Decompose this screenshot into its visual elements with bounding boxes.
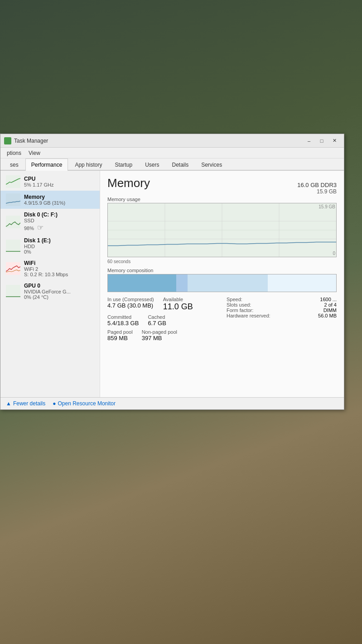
stat-slots-row: Slots used: 2 of 4: [227, 302, 337, 308]
tab-services[interactable]: Services: [195, 159, 228, 171]
gpu0-detail2: 0% (24 °C): [24, 294, 94, 300]
chart-seconds: 60 seconds: [107, 259, 337, 264]
memory-spec: 16.0 GB DDR3: [297, 182, 337, 188]
stat-speed-row: Speed: 1600 ...: [227, 297, 337, 302]
stat-paged-label: Paged pool: [107, 329, 133, 335]
comp-standby-bar: [188, 274, 267, 292]
wifi-mini-chart: [6, 262, 20, 275]
stat-in-use: In use (Compressed) 4.7 GB (30.0 MB): [107, 297, 154, 312]
stats-section: In use (Compressed) 4.7 GB (30.0 MB) Ava…: [107, 297, 337, 341]
disk1-name: Disk 1 (E:): [24, 237, 94, 244]
gpu0-name: GPU 0: [24, 283, 94, 289]
chart-bottom-value: 0: [333, 251, 335, 256]
tabs-bar: ses Performance App history Startup User…: [0, 159, 344, 171]
close-button[interactable]: ✕: [328, 136, 340, 145]
disk0-name: Disk 0 (C: F:): [24, 211, 94, 218]
memory-usage-chart: 15.9 GB 0: [107, 203, 337, 257]
tab-app-history[interactable]: App history: [69, 159, 108, 171]
stats-left: In use (Compressed) 4.7 GB (30.0 MB) Ava…: [107, 297, 217, 341]
wifi-detail2: S: 0.2 R: 10.3 Mbps: [24, 272, 94, 277]
stat-form-factor-row: Form factor: DIMM: [227, 308, 337, 313]
stats-row-2: Committed 5.4/18.3 GB Cached 6.7 GB: [107, 314, 217, 327]
window-title: Task Manager: [14, 138, 48, 144]
performance-panel: Memory 16.0 GB DDR3 15.9 GB Memory usage…: [100, 171, 344, 397]
disk1-detail1: HDD: [24, 244, 94, 249]
stat-hw-reserved-label: Hardware reserved:: [227, 313, 270, 318]
wifi-info: WiFi WiFi 2 S: 0.2 R: 10.3 Mbps: [24, 260, 94, 277]
memory-name: Memory: [24, 194, 94, 200]
memory-composition-chart: [107, 274, 337, 292]
gpu0-mini-chart: [6, 285, 20, 298]
panel-spec-block: 16.0 GB DDR3 15.9 GB: [297, 182, 337, 195]
bottom-bar: ▲ Fewer details ● Open Resource Monitor: [0, 397, 344, 409]
stat-slots-value: 2 of 4: [324, 302, 337, 308]
disk0-detail1: SSD: [24, 218, 94, 223]
stat-cached-value: 6.7 GB: [148, 320, 166, 327]
memory-info: Memory 4.9/15.9 GB (31%): [24, 194, 94, 206]
cpu-name: CPU: [24, 176, 94, 182]
svg-rect-2: [6, 216, 20, 228]
stat-in-use-label: In use (Compressed): [107, 297, 154, 302]
sidebar-item-disk0[interactable]: Disk 0 (C: F:) SSD 98% ☞: [0, 209, 100, 235]
stat-committed: Committed 5.4/18.3 GB: [107, 314, 139, 327]
cpu-info: CPU 5% 1.17 GHz: [24, 176, 94, 187]
stat-cached: Cached 6.7 GB: [148, 314, 166, 327]
memory-mini-chart: [6, 193, 20, 206]
tab-details[interactable]: Details: [166, 159, 194, 171]
composition-label: Memory composition: [107, 268, 337, 273]
stat-form-factor-label: Form factor:: [227, 308, 253, 313]
svg-rect-1: [6, 193, 20, 206]
sidebar: CPU 5% 1.17 GHz Memory 4: [0, 171, 100, 397]
memory-detail: 4.9/15.9 GB (31%): [24, 200, 94, 206]
stat-non-paged-pool: Non-paged pool 397 MB: [142, 329, 177, 341]
stat-available-value: 11.0 GB: [163, 302, 193, 312]
tab-startup[interactable]: Startup: [109, 159, 138, 171]
stat-form-factor-value: DIMM: [323, 308, 337, 313]
stats-row-1: In use (Compressed) 4.7 GB (30.0 MB) Ava…: [107, 297, 217, 312]
cursor-hand-icon: ☞: [37, 223, 43, 232]
disk0-detail2: 98% ☞: [24, 223, 94, 232]
sidebar-item-disk1[interactable]: Disk 1 (E:) HDD 0%: [0, 235, 100, 257]
disk1-mini-chart: [6, 240, 20, 252]
menu-view[interactable]: View: [26, 149, 43, 157]
wifi-name: WiFi: [24, 260, 94, 266]
stat-paged-pool: Paged pool 859 MB: [107, 329, 133, 341]
app-icon: [4, 137, 11, 144]
stat-committed-value: 5.4/18.3 GB: [107, 320, 139, 327]
stat-in-use-value: 4.7 GB (30.0 MB): [107, 302, 154, 309]
stats-right: Speed: 1600 ... Slots used: 2 of 4 Form …: [227, 297, 337, 318]
disk0-mini-chart: [6, 216, 20, 228]
stat-cached-label: Cached: [148, 314, 166, 320]
menu-options[interactable]: ptions: [4, 149, 24, 157]
stats-row-3: Paged pool 859 MB Non-paged pool 397 MB: [107, 329, 217, 341]
chart-top-value: 15.9 GB: [319, 204, 335, 209]
panel-header: Memory 16.0 GB DDR3 15.9 GB: [107, 176, 337, 195]
stat-committed-label: Committed: [107, 314, 139, 320]
tab-performance[interactable]: Performance: [25, 159, 68, 171]
minimize-button[interactable]: –: [303, 136, 315, 145]
stat-hw-reserved-row: Hardware reserved: 56.0 MB: [227, 313, 337, 318]
task-manager-window: Task Manager – □ ✕ ptions View ses Perfo…: [0, 134, 344, 410]
fewer-details-link[interactable]: ▲ Fewer details: [6, 400, 45, 407]
panel-title: Memory: [107, 176, 150, 190]
sidebar-item-gpu0[interactable]: GPU 0 NVIDIA GeForce G... 0% (24 °C): [0, 280, 100, 303]
usage-chart-label: Memory usage: [107, 197, 337, 202]
maximize-button[interactable]: □: [316, 136, 328, 145]
sidebar-item-wifi[interactable]: WiFi WiFi 2 S: 0.2 R: 10.3 Mbps: [0, 257, 100, 280]
svg-rect-3: [6, 240, 20, 252]
disk0-info: Disk 0 (C: F:) SSD 98% ☞: [24, 211, 94, 232]
cpu-detail: 5% 1.17 GHz: [24, 182, 94, 187]
stat-paged-value: 859 MB: [107, 335, 133, 341]
wifi-detail1: WiFi 2: [24, 266, 94, 272]
sidebar-item-memory[interactable]: Memory 4.9/15.9 GB (31%): [0, 191, 100, 209]
main-content: CPU 5% 1.17 GHz Memory 4: [0, 171, 344, 397]
tab-users[interactable]: Users: [139, 159, 165, 171]
tab-processes[interactable]: ses: [4, 159, 24, 171]
open-resource-monitor-link[interactable]: ● Open Resource Monitor: [53, 400, 116, 407]
memory-subspec: 15.9 GB: [297, 188, 337, 195]
title-bar-left: Task Manager: [4, 137, 48, 144]
gpu0-detail1: NVIDIA GeForce G...: [24, 289, 94, 294]
cpu-mini-chart: [6, 175, 20, 188]
sidebar-item-cpu[interactable]: CPU 5% 1.17 GHz: [0, 173, 100, 191]
stat-non-paged-label: Non-paged pool: [142, 329, 177, 335]
